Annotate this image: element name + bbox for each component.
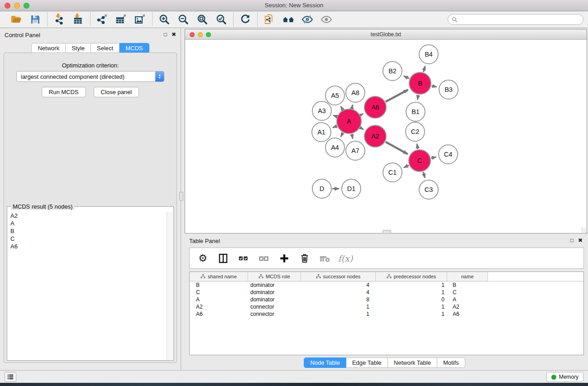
float-table-panel-icon[interactable]: □ — [570, 237, 574, 243]
edge-A-A2[interactable] — [360, 128, 363, 129]
window-resize-grip[interactable] — [581, 228, 586, 233]
refresh-network-button[interactable] — [239, 13, 252, 26]
column-header-mcds-role[interactable]: MCDS role — [248, 272, 301, 281]
graph-node-C1[interactable]: C1 — [383, 163, 402, 182]
graph-node-A2[interactable]: A2 — [364, 125, 386, 147]
zoom-in-button[interactable] — [158, 13, 171, 26]
table-row[interactable]: Cdominator41C — [190, 289, 583, 296]
edge-B-B4[interactable] — [423, 66, 425, 72]
graph-node-D1[interactable]: D1 — [342, 179, 361, 198]
graph-node-A8[interactable]: A8 — [346, 83, 365, 102]
edge-C-C3[interactable] — [423, 172, 425, 178]
graph-node-A[interactable]: A — [337, 109, 361, 133]
toggle-panel-button[interactable] — [217, 253, 229, 264]
tab-mcds[interactable]: MCDS — [120, 43, 149, 53]
mcds-result-item[interactable]: C — [8, 235, 166, 243]
edge-A-A4[interactable] — [341, 133, 343, 137]
mcds-result-item[interactable]: A — [8, 219, 166, 227]
network-graph[interactable]: B4B2BB3A5A8A6B1A3AA1C2A2A4A7C4CC1C3DD1 — [185, 40, 587, 232]
result-scrollbar[interactable] — [167, 212, 173, 360]
export-table-button[interactable] — [115, 13, 128, 26]
edge-A-A5[interactable] — [341, 106, 343, 110]
mcds-result-item[interactable]: A6 — [8, 243, 166, 250]
close-table-panel-icon[interactable]: ✖ — [578, 237, 583, 243]
close-panel-button[interactable]: Close panel — [94, 87, 139, 97]
network-window-titlebar[interactable]: testGlobe.txt — [185, 29, 587, 40]
graph-node-C3[interactable]: C3 — [419, 180, 438, 199]
open-session-button[interactable] — [10, 13, 23, 26]
column-header-successor-nodes[interactable]: successor nodes — [301, 272, 376, 281]
column-header-predecessor-nodes[interactable]: predecessor nodes — [376, 272, 447, 281]
tab-network[interactable]: Network — [31, 43, 66, 53]
save-session-button[interactable] — [29, 13, 42, 26]
edge-C-C1[interactable] — [404, 165, 409, 167]
graph-node-B[interactable]: B — [409, 72, 431, 94]
import-network-button[interactable] — [53, 13, 66, 26]
show-all-button[interactable] — [320, 13, 333, 26]
table-row[interactable]: A6connector11A6 — [190, 310, 583, 318]
edge-A-A8[interactable] — [352, 105, 353, 108]
table-settings-button[interactable]: ⚙ — [197, 253, 209, 264]
float-panel-icon[interactable]: □ — [164, 31, 167, 38]
tab-network-table[interactable]: Network Table — [388, 357, 437, 368]
edge-B-B3[interactable] — [431, 86, 436, 87]
table-row[interactable]: Adominator80A — [190, 296, 583, 303]
graph-node-C4[interactable]: C4 — [439, 145, 458, 164]
edge-B-B1[interactable] — [417, 95, 418, 100]
mcds-result-item[interactable]: B — [8, 227, 166, 235]
edge-A2-C[interactable] — [386, 142, 408, 154]
edge-A-A3[interactable] — [333, 115, 337, 117]
delete-column-button[interactable] — [299, 253, 311, 264]
graph-node-A7[interactable]: A7 — [346, 141, 365, 160]
graph-node-B2[interactable]: B2 — [383, 62, 402, 81]
column-header-name[interactable]: name — [447, 272, 488, 281]
memory-button[interactable]: Memory — [546, 372, 583, 382]
tab-node-table[interactable]: Node Table — [304, 357, 346, 368]
column-header-shared-name[interactable]: shared name — [190, 272, 248, 281]
vertical-splitter-handle[interactable] — [179, 192, 183, 201]
export-network-button[interactable] — [96, 13, 109, 26]
graph-node-B4[interactable]: B4 — [419, 45, 438, 64]
export-image-button[interactable] — [134, 13, 147, 26]
select-all-checkboxes-button[interactable] — [238, 253, 249, 264]
edge-A6-B[interactable] — [386, 90, 408, 102]
graph-node-A4[interactable]: A4 — [325, 138, 344, 157]
optimization-criterion-select[interactable]: largest connected component (directed) ▲… — [16, 71, 164, 82]
delete-table-button[interactable] — [319, 253, 331, 264]
hide-selected-button[interactable] — [301, 13, 314, 26]
first-neighbors-button[interactable] — [282, 13, 295, 26]
mcds-result-item[interactable]: A2 — [8, 212, 166, 219]
zoom-fit-button[interactable] — [196, 13, 209, 26]
tab-style[interactable]: Style — [66, 43, 91, 53]
tab-edge-table[interactable]: Edge Table — [346, 357, 388, 368]
edge-C-C4[interactable] — [431, 157, 436, 158]
search-input[interactable] — [459, 16, 579, 23]
network-canvas[interactable]: B4B2BB3A5A8A6B1A3AA1C2A2A4A7C4CC1C3DD1 — [185, 40, 587, 233]
graph-node-A5[interactable]: A5 — [325, 86, 344, 105]
table-row[interactable]: A2connector11A2 — [190, 303, 583, 310]
deselect-all-checkboxes-button[interactable] — [258, 253, 270, 264]
edge-B-B2[interactable] — [404, 76, 410, 79]
zoom-out-button[interactable] — [177, 13, 190, 26]
graph-node-A6[interactable]: A6 — [364, 96, 386, 118]
graph-node-C[interactable]: C — [409, 150, 430, 172]
task-history-button[interactable] — [5, 372, 16, 382]
graph-node-A1[interactable]: A1 — [312, 123, 331, 142]
zoom-selected-button[interactable] — [215, 13, 228, 26]
edge-A-A6[interactable] — [361, 114, 363, 115]
horizontal-splitter-handle[interactable] — [382, 230, 391, 234]
graph-node-C2[interactable]: C2 — [406, 122, 425, 141]
close-panel-icon[interactable]: ✖ — [172, 31, 176, 38]
graph-node-B1[interactable]: B1 — [406, 102, 425, 121]
run-mcds-button[interactable]: Run MCDS — [42, 87, 86, 97]
new-network-from-selection-button[interactable] — [263, 13, 276, 26]
search-box[interactable] — [448, 14, 583, 25]
graph-node-A3[interactable]: A3 — [312, 101, 331, 120]
import-table-button[interactable] — [72, 13, 85, 26]
edge-C-C2[interactable] — [417, 144, 418, 149]
tab-select[interactable]: Select — [91, 43, 120, 53]
tab-motifs[interactable]: Motifs — [437, 357, 465, 368]
add-column-button[interactable] — [278, 253, 290, 264]
graph-node-B3[interactable]: B3 — [439, 80, 458, 99]
function-builder-button[interactable]: f(x) — [339, 253, 351, 264]
